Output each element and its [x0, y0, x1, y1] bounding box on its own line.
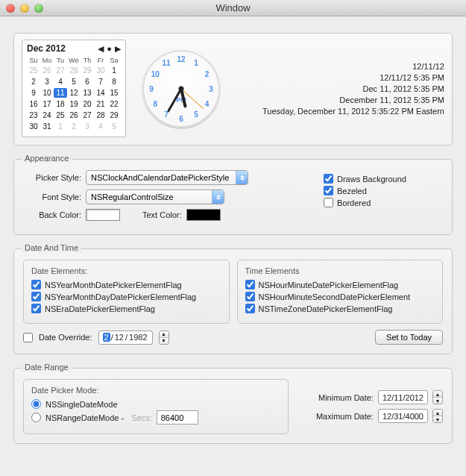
bezeled-label[interactable]: Bezeled — [337, 187, 367, 195]
calendar-day[interactable]: 26 — [40, 65, 54, 76]
calendar-day[interactable]: 25 — [27, 65, 40, 76]
calendar-day[interactable]: 28 — [67, 65, 81, 76]
calendar-day[interactable]: 3 — [40, 76, 54, 87]
calendar-day[interactable]: 25 — [54, 110, 67, 121]
time-element-flag-checkbox[interactable] — [245, 280, 255, 289]
window-title: Window — [0, 2, 466, 13]
calendar-today-icon[interactable]: ● — [107, 45, 112, 53]
calendar-day[interactable]: 11 — [54, 87, 67, 98]
calendar-day[interactable]: 8 — [107, 76, 121, 87]
override-stepper[interactable]: ▲▼ — [159, 331, 169, 345]
minimum-date-field[interactable]: 12/11/2012 — [378, 390, 428, 404]
calendar-day[interactable]: 2 — [67, 121, 81, 132]
calendar[interactable]: Dec 2012 ◀ ● ▶ SuMoTuWeThFrSa 2526272829… — [22, 40, 126, 137]
maximum-date-stepper[interactable]: ▲▼ — [432, 409, 443, 423]
secs-field[interactable] — [157, 410, 198, 425]
calendar-day[interactable]: 5 — [107, 121, 121, 132]
date-override-label[interactable]: Date Override: — [39, 333, 92, 342]
clock-number: 11 — [160, 58, 172, 66]
calendar-day[interactable]: 1 — [54, 121, 67, 132]
calendar-day[interactable]: 12 — [67, 87, 81, 98]
calendar-day[interactable]: 27 — [81, 110, 94, 121]
calendar-day[interactable]: 9 — [27, 87, 40, 98]
single-mode-radio[interactable] — [31, 399, 41, 409]
time-element-flag-label[interactable]: NSTimeZoneDatePickerElementFlag — [259, 304, 393, 313]
clock-number: 8 — [149, 99, 161, 107]
bezeled-checkbox[interactable] — [324, 186, 333, 195]
calendar-prev-icon[interactable]: ◀ — [98, 45, 104, 53]
calendar-day[interactable]: 14 — [94, 87, 107, 98]
time-element-flag-checkbox[interactable] — [245, 292, 255, 301]
minimize-button[interactable] — [20, 4, 29, 13]
clock-number: 2 — [201, 69, 213, 78]
zoom-button[interactable] — [34, 4, 43, 13]
date-element-flag-label[interactable]: NSYearMonthDatePickerElementFlag — [45, 281, 182, 289]
time-element-flag-label[interactable]: NSHourMinuteDatePickerElementFlag — [259, 281, 399, 289]
calendar-day[interactable]: 15 — [107, 87, 121, 98]
date-range-group: Date Range Date Picker Mode: NSSingleDat… — [13, 368, 453, 444]
calendar-day[interactable]: 28 — [94, 110, 107, 121]
calendar-day[interactable]: 7 — [94, 76, 107, 87]
set-to-today-button[interactable]: Set to Today — [375, 330, 443, 345]
date-element-flag-checkbox[interactable] — [31, 304, 41, 313]
text-color-well[interactable] — [186, 209, 221, 221]
calendar-day[interactable]: 4 — [94, 121, 107, 132]
minimum-date-stepper[interactable]: ▲▼ — [432, 390, 443, 404]
calendar-day[interactable]: 17 — [40, 98, 54, 110]
calendar-day[interactable]: 23 — [27, 110, 40, 121]
calendar-day[interactable]: 18 — [54, 98, 67, 110]
time-element-flag-checkbox[interactable] — [245, 304, 255, 313]
bordered-checkbox[interactable] — [324, 198, 333, 207]
calendar-day[interactable]: 22 — [107, 98, 121, 110]
clock-number: 9 — [145, 84, 157, 93]
date-override-field[interactable]: 2/ 12/ 1982 — [98, 331, 153, 345]
calendar-day[interactable]: 6 — [81, 76, 94, 87]
override-year[interactable]: 1982 — [128, 333, 148, 342]
time-element-flag-label[interactable]: NSHourMinuteSecondDatePickerElement — [259, 292, 411, 301]
date-range-legend: Date Range — [22, 363, 72, 372]
calendar-day[interactable]: 4 — [54, 76, 67, 87]
override-day[interactable]: 12 — [114, 333, 125, 342]
calendar-day[interactable]: 29 — [81, 65, 94, 76]
single-mode-label[interactable]: NSSingleDateMode — [45, 400, 118, 409]
calendar-day[interactable]: 10 — [40, 87, 54, 98]
override-month[interactable]: 2 — [103, 333, 110, 342]
range-mode-label[interactable]: NSRangeDateMode - — [45, 413, 124, 422]
clock-number: 7 — [160, 110, 172, 119]
draws-background-label[interactable]: Draws Background — [337, 175, 406, 184]
calendar-day[interactable]: 2 — [27, 76, 40, 87]
calendar-next-icon[interactable]: ▶ — [115, 45, 121, 53]
calendar-grid[interactable]: SuMoTuWeThFrSa 2526272829301234567891011… — [27, 56, 121, 132]
calendar-day[interactable]: 3 — [81, 121, 94, 132]
range-mode-radio[interactable] — [31, 413, 41, 422]
date-element-flag-checkbox[interactable] — [31, 280, 41, 289]
calendar-day[interactable]: 21 — [94, 98, 107, 110]
bordered-label[interactable]: Bordered — [337, 198, 371, 207]
calendar-day[interactable]: 30 — [27, 121, 40, 132]
analog-clock[interactable]: PM 123456789101112 — [142, 50, 220, 128]
maximum-date-field[interactable]: 12/31/4000 — [378, 409, 428, 423]
date-element-flag-label[interactable]: NSYearMonthDayDatePickerElementFlag — [45, 292, 196, 301]
calendar-day[interactable]: 19 — [67, 98, 81, 110]
calendar-day[interactable]: 1 — [107, 65, 121, 76]
back-color-well[interactable] — [86, 209, 120, 221]
calendar-day[interactable]: 31 — [40, 121, 54, 132]
calendar-day[interactable]: 24 — [40, 110, 54, 121]
picker-style-popup[interactable] — [86, 170, 248, 185]
secs-label: Secs: — [131, 413, 152, 422]
close-button[interactable] — [6, 4, 15, 13]
calendar-day[interactable]: 26 — [67, 110, 81, 121]
calendar-day[interactable]: 20 — [81, 98, 94, 110]
calendar-day[interactable]: 27 — [54, 65, 67, 76]
font-style-popup[interactable] — [86, 190, 224, 204]
calendar-day[interactable]: 29 — [107, 110, 121, 121]
calendar-day[interactable]: 30 — [94, 65, 107, 76]
draws-background-checkbox[interactable] — [324, 174, 333, 184]
date-override-checkbox[interactable] — [23, 333, 33, 342]
calendar-day[interactable]: 16 — [27, 98, 40, 110]
date-element-flag-label[interactable]: NSEraDatePickerElementFlag — [45, 304, 155, 313]
calendar-day[interactable]: 5 — [67, 76, 81, 87]
date-element-flag-checkbox[interactable] — [31, 292, 41, 301]
date-short-time: 12/11/12 5:35 PM — [236, 73, 444, 82]
calendar-day[interactable]: 13 — [81, 87, 94, 98]
